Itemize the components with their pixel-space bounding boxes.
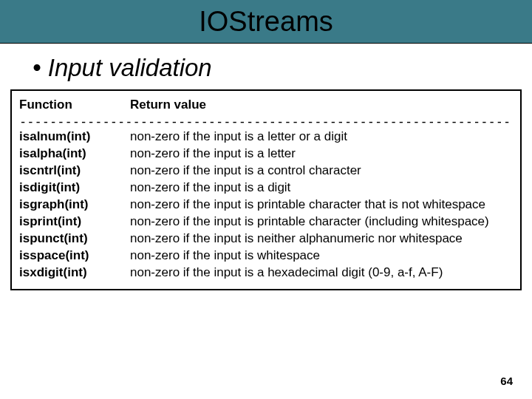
bullet-heading: Input validation bbox=[0, 44, 532, 89]
table-row: isdigit(int) non-zero if the input is a … bbox=[19, 180, 513, 197]
fn-name: isdigit(int) bbox=[19, 180, 130, 197]
slide: IOStreams Input validation Function Retu… bbox=[0, 0, 532, 399]
fn-desc: non-zero if the input is a digit bbox=[130, 180, 513, 197]
fn-name: isgraph(int) bbox=[19, 197, 130, 214]
table-row: isprint(int) non-zero if the input is pr… bbox=[19, 214, 513, 231]
table-row: ispunct(int) non-zero if the input is ne… bbox=[19, 231, 513, 248]
fn-desc: non-zero if the input is printable chara… bbox=[130, 214, 513, 231]
fn-name: iscntrl(int) bbox=[19, 163, 130, 180]
slide-title: IOStreams bbox=[199, 6, 333, 38]
title-bar: IOStreams bbox=[0, 0, 532, 44]
fn-name: ispunct(int) bbox=[19, 231, 130, 248]
fn-name: isprint(int) bbox=[19, 214, 130, 231]
fn-desc: non-zero if the input is printable chara… bbox=[130, 197, 513, 214]
table-row: isalnum(int) non-zero if the input is a … bbox=[19, 129, 513, 146]
fn-desc: non-zero if the input is a control chara… bbox=[130, 163, 513, 180]
header-return-value: Return value bbox=[130, 97, 513, 114]
page-number: 64 bbox=[500, 375, 513, 387]
fn-desc: non-zero if the input is whitespace bbox=[130, 248, 513, 265]
fn-desc: non-zero if the input is a letter or a d… bbox=[130, 129, 513, 146]
fn-name: isxdigit(int) bbox=[19, 265, 130, 282]
table-row: isspace(int) non-zero if the input is wh… bbox=[19, 248, 513, 265]
fn-name: isspace(int) bbox=[19, 248, 130, 265]
fn-desc: non-zero if the input is a letter bbox=[130, 146, 513, 163]
table-row: isalpha(int) non-zero if the input is a … bbox=[19, 146, 513, 163]
function-table: Function Return value ------------------… bbox=[10, 89, 522, 290]
separator-line: ----------------------------------------… bbox=[19, 114, 513, 129]
table-row: iscntrl(int) non-zero if the input is a … bbox=[19, 163, 513, 180]
table-header: Function Return value bbox=[19, 97, 513, 114]
fn-desc: non-zero if the input is neither alphanu… bbox=[130, 231, 513, 248]
fn-name: isalpha(int) bbox=[19, 146, 130, 163]
fn-name: isalnum(int) bbox=[19, 129, 130, 146]
table-row: isxdigit(int) non-zero if the input is a… bbox=[19, 265, 513, 282]
fn-desc: non-zero if the input is a hexadecimal d… bbox=[130, 265, 513, 282]
table-row: isgraph(int) non-zero if the input is pr… bbox=[19, 197, 513, 214]
header-function: Function bbox=[19, 97, 130, 114]
